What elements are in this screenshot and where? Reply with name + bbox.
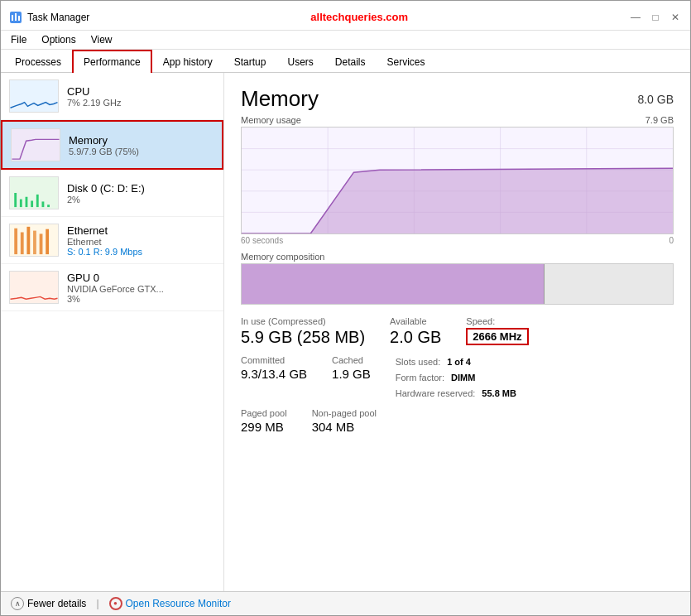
svg-rect-16 bbox=[46, 229, 49, 254]
gpu-thumbnail bbox=[9, 271, 59, 304]
svg-rect-6 bbox=[26, 197, 28, 207]
fewer-details-button[interactable]: ∧ Fewer details bbox=[11, 597, 86, 610]
minimize-button[interactable]: — bbox=[629, 11, 642, 24]
paged-label: Paged pool bbox=[241, 408, 287, 418]
paged-value: 299 MB bbox=[241, 420, 287, 434]
svg-rect-5 bbox=[20, 200, 22, 208]
separator: | bbox=[96, 598, 98, 609]
svg-rect-8 bbox=[36, 195, 39, 207]
sidebar-item-cpu[interactable]: CPU 7% 2.19 GHz bbox=[1, 73, 223, 120]
memory-label: Memory bbox=[69, 134, 214, 147]
svg-rect-3 bbox=[18, 16, 20, 21]
svg-rect-10 bbox=[47, 205, 50, 207]
in-use-value: 5.9 GB (258 MB) bbox=[241, 328, 365, 347]
speed-block: Speed: 2666 MHz bbox=[466, 316, 528, 347]
usage-label-text: Memory usage bbox=[241, 115, 301, 125]
chevron-up-icon: ∧ bbox=[11, 597, 24, 610]
svg-rect-11 bbox=[14, 229, 17, 254]
cpu-detail: 7% 2.19 GHz bbox=[67, 98, 215, 108]
time-right: 0 bbox=[669, 236, 674, 245]
tab-services[interactable]: Services bbox=[377, 51, 436, 73]
menu-options[interactable]: Options bbox=[38, 32, 79, 47]
tab-users[interactable]: Users bbox=[276, 51, 324, 73]
detail-title: Memory bbox=[241, 86, 319, 112]
tab-performance[interactable]: Performance bbox=[72, 50, 152, 73]
sidebar-item-disk[interactable]: Disk 0 (C: D: E:) 2% bbox=[1, 170, 223, 217]
tab-processes[interactable]: Processes bbox=[4, 51, 72, 73]
available-value: 2.0 GB bbox=[390, 328, 441, 347]
gpu-detail2: 3% bbox=[67, 294, 215, 304]
slots-label: Slots used: bbox=[396, 355, 440, 368]
open-resource-monitor-button[interactable]: ● Open Resource Monitor bbox=[109, 597, 231, 610]
committed-value: 9.3/13.4 GB bbox=[241, 367, 307, 381]
menu-view[interactable]: View bbox=[88, 32, 116, 47]
composition-label-text: Memory composition bbox=[241, 252, 324, 262]
form-value: DIMM bbox=[451, 371, 475, 384]
usage-chart-label: Memory usage 7.9 GB bbox=[241, 115, 674, 125]
ethernet-detail1: Ethernet bbox=[67, 237, 215, 247]
time-left: 60 seconds bbox=[241, 236, 283, 245]
fewer-details-label: Fewer details bbox=[27, 598, 86, 609]
svg-rect-9 bbox=[42, 201, 45, 207]
mem-mini-graph bbox=[12, 129, 60, 161]
paged-block: Paged pool 299 MB bbox=[241, 408, 287, 434]
nonpaged-label: Non-paged pool bbox=[312, 408, 377, 418]
tab-details[interactable]: Details bbox=[324, 51, 377, 73]
disk-detail: 2% bbox=[67, 195, 215, 205]
gpu-info: GPU 0 NVIDIA GeForce GTX... 3% bbox=[67, 272, 215, 304]
main-content: CPU 7% 2.19 GHz Memory 5.9/7.9 GB (75%) bbox=[1, 73, 690, 591]
hw-reserved-value: 55.8 MB bbox=[482, 387, 516, 400]
maximize-button[interactable]: □ bbox=[649, 11, 662, 24]
detail-panel: Memory 8.0 GB Memory usage 7.9 GB bbox=[224, 73, 690, 591]
speed-label: Speed: bbox=[466, 316, 528, 326]
sidebar-item-memory[interactable]: Memory 5.9/7.9 GB (75%) bbox=[1, 120, 223, 170]
ethernet-info: Ethernet Ethernet S: 0.1 R: 9.9 Mbps bbox=[67, 224, 215, 257]
disk-thumbnail bbox=[9, 176, 59, 209]
disk-mini-graph bbox=[10, 177, 58, 209]
cached-label: Cached bbox=[332, 355, 371, 365]
tab-startup[interactable]: Startup bbox=[223, 51, 277, 73]
usage-chart-box bbox=[241, 127, 674, 234]
composition-label: Memory composition bbox=[241, 252, 674, 262]
memory-thumbnail bbox=[11, 128, 60, 161]
composition-used bbox=[242, 264, 544, 304]
monitor-icon: ● bbox=[109, 597, 122, 610]
slots-value: 1 of 4 bbox=[447, 355, 471, 368]
taskmanager-icon bbox=[9, 11, 22, 24]
cpu-info: CPU 7% 2.19 GHz bbox=[67, 85, 215, 108]
svg-rect-15 bbox=[40, 233, 43, 254]
svg-marker-25 bbox=[242, 168, 673, 233]
tab-bar: Processes Performance App history Startu… bbox=[1, 50, 690, 73]
sidebar-item-gpu[interactable]: GPU 0 NVIDIA GeForce GTX... 3% bbox=[1, 264, 223, 311]
in-use-label: In use (Compressed) bbox=[241, 316, 365, 326]
svg-rect-14 bbox=[33, 231, 36, 255]
brand-text: alltechqueries.com bbox=[310, 11, 408, 23]
sidebar: CPU 7% 2.19 GHz Memory 5.9/7.9 GB (75%) bbox=[1, 73, 224, 591]
window-controls: — □ ✕ bbox=[629, 11, 682, 24]
open-monitor-label: Open Resource Monitor bbox=[126, 598, 231, 609]
composition-available bbox=[545, 264, 673, 304]
cached-block: Cached 1.9 GB bbox=[332, 355, 371, 381]
slots-row: Slots used: 1 of 4 bbox=[396, 355, 528, 368]
svg-rect-4 bbox=[14, 193, 17, 207]
svg-rect-12 bbox=[21, 233, 24, 255]
svg-rect-2 bbox=[15, 13, 17, 21]
ethernet-detail2: S: 0.1 R: 9.9 Mbps bbox=[67, 247, 215, 257]
stats-row1: In use (Compressed) 5.9 GB (258 MB) Avai… bbox=[241, 316, 674, 347]
composition-box bbox=[241, 263, 674, 305]
hw-reserved-row: Hardware reserved: 55.8 MB bbox=[396, 387, 528, 400]
tab-app-history[interactable]: App history bbox=[152, 51, 223, 73]
sidebar-item-ethernet[interactable]: Ethernet Ethernet S: 0.1 R: 9.9 Mbps bbox=[1, 217, 223, 264]
window-title: Task Manager bbox=[27, 12, 89, 23]
cpu-mini-graph bbox=[10, 80, 58, 112]
detail-total: 8.0 GB bbox=[637, 93, 674, 106]
close-button[interactable]: ✕ bbox=[669, 11, 682, 24]
title-bar: Task Manager alltechqueries.com — □ ✕ bbox=[1, 1, 690, 31]
menu-bar: File Options View bbox=[1, 31, 690, 50]
ethernet-label: Ethernet bbox=[67, 224, 215, 237]
stats-row3: Paged pool 299 MB Non-paged pool 304 MB bbox=[241, 408, 674, 434]
menu-file[interactable]: File bbox=[7, 32, 30, 47]
gpu-label: GPU 0 bbox=[67, 272, 215, 284]
form-label: Form factor: bbox=[396, 371, 444, 384]
memory-info: Memory 5.9/7.9 GB (75%) bbox=[69, 134, 214, 156]
